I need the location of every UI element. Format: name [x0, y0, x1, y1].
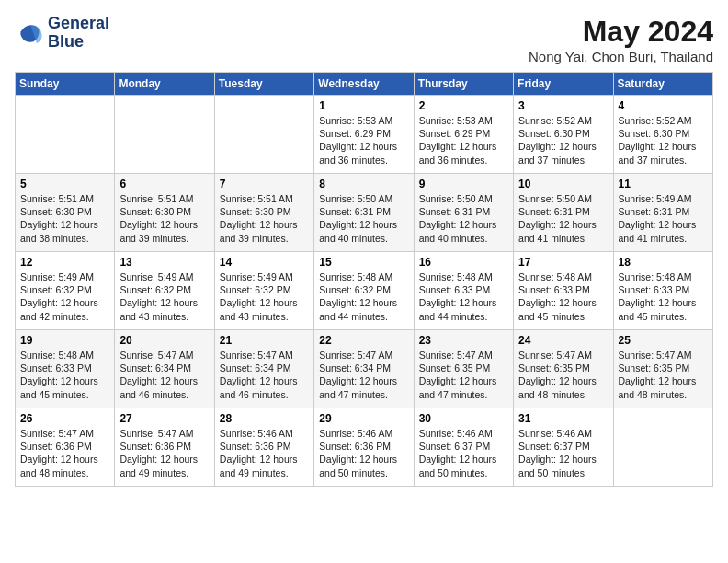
- calendar-cell: 3Sunrise: 5:52 AM Sunset: 6:30 PM Daylig…: [514, 96, 613, 174]
- day-number: 1: [319, 99, 408, 112]
- calendar-cell: 20Sunrise: 5:47 AM Sunset: 6:34 PM Dayli…: [115, 330, 214, 408]
- calendar-cell: 9Sunrise: 5:50 AM Sunset: 6:31 PM Daylig…: [414, 174, 513, 252]
- calendar-cell: [16, 96, 115, 174]
- weekday-header-tuesday: Tuesday: [214, 73, 313, 96]
- day-info: Sunrise: 5:47 AM Sunset: 6:35 PM Dayligh…: [419, 349, 508, 401]
- week-row-3: 12Sunrise: 5:49 AM Sunset: 6:32 PM Dayli…: [16, 252, 713, 330]
- day-info: Sunrise: 5:47 AM Sunset: 6:34 PM Dayligh…: [220, 349, 309, 401]
- calendar-cell: 30Sunrise: 5:46 AM Sunset: 6:37 PM Dayli…: [414, 408, 513, 487]
- calendar-table: SundayMondayTuesdayWednesdayThursdayFrid…: [15, 72, 713, 487]
- day-number: 13: [119, 256, 209, 269]
- logo-icon: [15, 18, 44, 48]
- day-number: 16: [419, 256, 508, 269]
- calendar-cell: 6Sunrise: 5:51 AM Sunset: 6:30 PM Daylig…: [115, 174, 214, 252]
- day-number: 12: [20, 256, 109, 269]
- day-number: 9: [419, 178, 508, 190]
- calendar-cell: 4Sunrise: 5:52 AM Sunset: 6:30 PM Daylig…: [613, 96, 712, 174]
- day-info: Sunrise: 5:46 AM Sunset: 6:36 PM Dayligh…: [220, 427, 309, 479]
- day-number: 8: [319, 178, 408, 190]
- week-row-2: 5Sunrise: 5:51 AM Sunset: 6:30 PM Daylig…: [16, 174, 713, 252]
- day-info: Sunrise: 5:50 AM Sunset: 6:31 PM Dayligh…: [319, 192, 408, 245]
- weekday-header-sunday: Sunday: [16, 73, 115, 96]
- day-info: Sunrise: 5:49 AM Sunset: 6:31 PM Dayligh…: [619, 192, 708, 245]
- day-info: Sunrise: 5:48 AM Sunset: 6:33 PM Dayligh…: [518, 270, 608, 323]
- day-info: Sunrise: 5:47 AM Sunset: 6:34 PM Dayligh…: [319, 349, 408, 401]
- calendar-cell: [115, 96, 214, 174]
- calendar-cell: 24Sunrise: 5:47 AM Sunset: 6:35 PM Dayli…: [514, 330, 613, 408]
- calendar-cell: 22Sunrise: 5:47 AM Sunset: 6:34 PM Dayli…: [314, 330, 414, 408]
- day-number: 14: [220, 256, 309, 269]
- day-number: 31: [518, 412, 608, 425]
- calendar-cell: 16Sunrise: 5:48 AM Sunset: 6:33 PM Dayli…: [414, 252, 513, 330]
- calendar-cell: 12Sunrise: 5:49 AM Sunset: 6:32 PM Dayli…: [16, 252, 115, 330]
- calendar-cell: 26Sunrise: 5:47 AM Sunset: 6:36 PM Dayli…: [16, 408, 115, 487]
- calendar-cell: 31Sunrise: 5:46 AM Sunset: 6:37 PM Dayli…: [514, 408, 613, 487]
- day-number: 20: [119, 334, 209, 347]
- day-info: Sunrise: 5:49 AM Sunset: 6:32 PM Dayligh…: [119, 270, 209, 323]
- day-number: 24: [518, 334, 608, 347]
- day-info: Sunrise: 5:47 AM Sunset: 6:34 PM Dayligh…: [119, 349, 209, 401]
- calendar-cell: [214, 96, 313, 174]
- weekday-header-friday: Friday: [514, 73, 613, 96]
- calendar-cell: 8Sunrise: 5:50 AM Sunset: 6:31 PM Daylig…: [314, 174, 414, 252]
- day-number: 30: [419, 412, 508, 425]
- day-number: 15: [319, 256, 408, 269]
- day-info: Sunrise: 5:47 AM Sunset: 6:35 PM Dayligh…: [619, 349, 708, 401]
- page-header: General Blue May 2024 Nong Yai, Chon Bur…: [15, 15, 713, 64]
- calendar-cell: 15Sunrise: 5:48 AM Sunset: 6:32 PM Dayli…: [314, 252, 414, 330]
- day-info: Sunrise: 5:53 AM Sunset: 6:29 PM Dayligh…: [419, 114, 508, 167]
- day-info: Sunrise: 5:47 AM Sunset: 6:35 PM Dayligh…: [518, 349, 608, 401]
- day-number: 7: [220, 178, 309, 190]
- day-number: 27: [119, 412, 209, 425]
- logo: General Blue: [15, 15, 109, 52]
- calendar-cell: 29Sunrise: 5:46 AM Sunset: 6:36 PM Dayli…: [314, 408, 414, 487]
- day-info: Sunrise: 5:53 AM Sunset: 6:29 PM Dayligh…: [319, 114, 408, 167]
- calendar-cell: 14Sunrise: 5:49 AM Sunset: 6:32 PM Dayli…: [214, 252, 313, 330]
- calendar-cell: 18Sunrise: 5:48 AM Sunset: 6:33 PM Dayli…: [613, 252, 712, 330]
- calendar-cell: 11Sunrise: 5:49 AM Sunset: 6:31 PM Dayli…: [613, 174, 712, 252]
- day-info: Sunrise: 5:51 AM Sunset: 6:30 PM Dayligh…: [119, 192, 209, 245]
- weekday-header-row: SundayMondayTuesdayWednesdayThursdayFrid…: [16, 73, 713, 96]
- day-info: Sunrise: 5:48 AM Sunset: 6:33 PM Dayligh…: [419, 270, 508, 323]
- calendar-cell: [613, 408, 712, 487]
- calendar-cell: 19Sunrise: 5:48 AM Sunset: 6:33 PM Dayli…: [16, 330, 115, 408]
- day-info: Sunrise: 5:50 AM Sunset: 6:31 PM Dayligh…: [419, 192, 508, 245]
- weekday-header-wednesday: Wednesday: [314, 73, 414, 96]
- day-info: Sunrise: 5:51 AM Sunset: 6:30 PM Dayligh…: [220, 192, 309, 245]
- day-info: Sunrise: 5:46 AM Sunset: 6:37 PM Dayligh…: [518, 427, 608, 479]
- title-block: May 2024 Nong Yai, Chon Buri, Thailand: [529, 15, 713, 64]
- month-title: May 2024: [529, 15, 713, 49]
- day-info: Sunrise: 5:52 AM Sunset: 6:30 PM Dayligh…: [619, 114, 708, 167]
- day-info: Sunrise: 5:47 AM Sunset: 6:36 PM Dayligh…: [119, 427, 209, 479]
- calendar-cell: 10Sunrise: 5:50 AM Sunset: 6:31 PM Dayli…: [514, 174, 613, 252]
- day-number: 26: [20, 412, 109, 425]
- weekday-header-thursday: Thursday: [414, 73, 513, 96]
- calendar-cell: 13Sunrise: 5:49 AM Sunset: 6:32 PM Dayli…: [115, 252, 214, 330]
- calendar-cell: 7Sunrise: 5:51 AM Sunset: 6:30 PM Daylig…: [214, 174, 313, 252]
- day-number: 19: [20, 334, 109, 347]
- day-number: 28: [220, 412, 309, 425]
- day-number: 25: [619, 334, 708, 347]
- calendar-cell: 23Sunrise: 5:47 AM Sunset: 6:35 PM Dayli…: [414, 330, 513, 408]
- day-info: Sunrise: 5:46 AM Sunset: 6:37 PM Dayligh…: [419, 427, 508, 479]
- day-number: 29: [319, 412, 408, 425]
- day-number: 5: [20, 178, 109, 190]
- location: Nong Yai, Chon Buri, Thailand: [529, 49, 713, 64]
- week-row-1: 1Sunrise: 5:53 AM Sunset: 6:29 PM Daylig…: [16, 96, 713, 174]
- day-info: Sunrise: 5:49 AM Sunset: 6:32 PM Dayligh…: [220, 270, 309, 323]
- day-number: 18: [619, 256, 708, 269]
- day-number: 3: [518, 99, 608, 112]
- weekday-header-saturday: Saturday: [613, 73, 712, 96]
- day-info: Sunrise: 5:48 AM Sunset: 6:33 PM Dayligh…: [619, 270, 708, 323]
- day-number: 10: [518, 178, 608, 190]
- day-info: Sunrise: 5:47 AM Sunset: 6:36 PM Dayligh…: [20, 427, 109, 479]
- day-number: 22: [319, 334, 408, 347]
- day-number: 4: [619, 99, 708, 112]
- calendar-cell: 28Sunrise: 5:46 AM Sunset: 6:36 PM Dayli…: [214, 408, 313, 487]
- day-number: 11: [619, 178, 708, 190]
- day-number: 2: [419, 99, 508, 112]
- calendar-cell: 1Sunrise: 5:53 AM Sunset: 6:29 PM Daylig…: [314, 96, 414, 174]
- day-info: Sunrise: 5:46 AM Sunset: 6:36 PM Dayligh…: [319, 427, 408, 479]
- day-number: 23: [419, 334, 508, 347]
- day-info: Sunrise: 5:50 AM Sunset: 6:31 PM Dayligh…: [518, 192, 608, 245]
